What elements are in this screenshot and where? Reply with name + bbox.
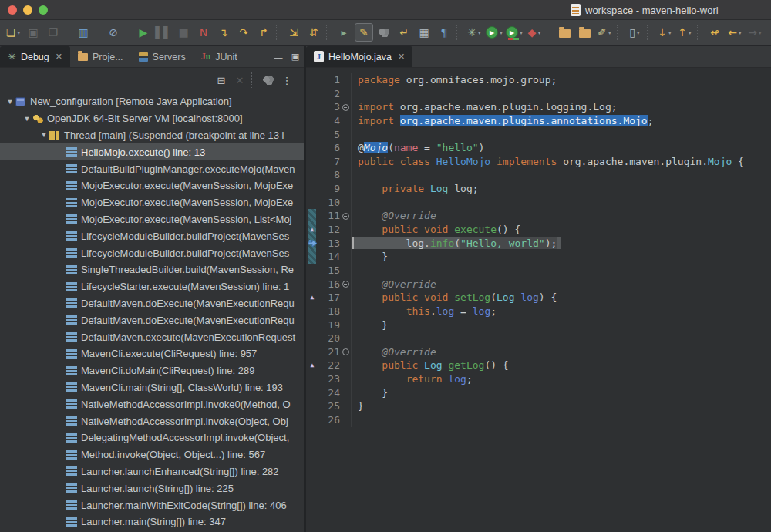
next-annotation-dropdown-icon[interactable]: ▾ [668,29,672,36]
back-button[interactable]: ←▾ [726,23,744,42]
stack-frame[interactable]: DefaultMaven.doExecute(MavenExecutionReq… [0,311,304,328]
run-dropdown-icon[interactable]: ▾ [500,29,503,36]
code-text[interactable]: public Log getLog() { [351,359,771,372]
code-line[interactable]: 25} [306,399,771,413]
profile-button[interactable]: ◆▾ [525,23,544,42]
code-line[interactable]: 23 return log; [306,372,771,386]
debug-dropdown-icon[interactable]: ▾ [478,29,481,36]
java-source-editor[interactable]: 1package org.omnifaces.mojo.group;23impo… [306,68,771,532]
code-text[interactable]: @Mojo(name = "hello") [351,141,771,155]
code-line[interactable]: 2 [306,87,771,101]
stack-frame[interactable]: SingleThreadedBuilder.build(MavenSession… [0,261,304,278]
tab-servers[interactable]: Servers [131,46,194,67]
pin-editor-button[interactable] [375,23,393,42]
code-line[interactable]: 10 [306,196,771,210]
skip-all-breakpoints-button[interactable]: ⊘ [104,23,123,42]
previous-annotation-button[interactable]: ↑▾ [675,23,694,42]
fold-marker[interactable] [340,209,351,223]
step-over-button[interactable]: ↷ [234,23,253,42]
code-line[interactable]: 1package org.omnifaces.mojo.group; [306,73,771,87]
code-text[interactable]: import org.apache.maven.plugin.logging.L… [351,100,771,114]
tab-proje[interactable]: Proje... [70,46,131,67]
code-line[interactable]: 8 [306,168,771,182]
code-text[interactable]: private Log log; [351,182,771,196]
close-window-button[interactable] [8,5,17,15]
forward-dropdown-icon[interactable]: ▾ [759,29,762,36]
code-line[interactable]: 5 [306,128,771,142]
code-text[interactable]: log.info("Hello, world"); [351,237,771,251]
code-line[interactable]: 15 [306,264,771,278]
stack-frame[interactable]: MavenCli.main(String[], ClassWorld) line… [0,379,304,396]
code-line[interactable]: 16 @Override [306,278,771,291]
code-line[interactable]: 19 } [306,318,771,332]
view-menu-button[interactable]: ⋮ [278,72,295,89]
code-line[interactable]: 11 @Override [306,209,771,223]
code-line[interactable]: 26 [306,413,771,427]
next-annotation-button[interactable]: ↓▾ [655,23,674,42]
last-edit-location-button[interactable]: ↫ [705,23,724,42]
code-text[interactable]: public void execute() { [351,223,771,237]
block-selection-button[interactable]: ▦ [415,23,433,42]
open-type-button[interactable] [555,23,574,42]
run-to-line-button[interactable]: ▸ [335,23,353,42]
tab-junit[interactable]: JuJUnit [194,46,245,67]
code-text[interactable] [351,168,771,182]
stack-frame[interactable]: LifecycleModuleBuilder.buildProject(Mave… [0,227,304,244]
stack-frame[interactable]: Launcher.launchEnhanced(String[]) line: … [0,463,304,480]
code-line[interactable]: 3import org.apache.maven.plugin.logging.… [306,100,771,114]
code-line[interactable]: ▲22 public Log getLog() { [306,359,771,372]
code-line[interactable]: 9 private Log log; [306,182,771,196]
code-text[interactable]: this.log = log; [351,305,771,318]
code-text[interactable]: @Override [351,345,771,359]
code-text[interactable] [351,196,771,210]
close-tab-icon[interactable]: ✕ [398,52,405,62]
code-line[interactable]: 14 } [306,250,771,264]
code-text[interactable] [351,413,771,427]
tab-debug[interactable]: ✳Debug✕ [0,46,70,67]
tree-node[interactable]: ▼OpenJDK 64-Bit Server VM [localhost:800… [0,110,304,127]
code-text[interactable]: import org.apache.maven.plugins.annotati… [351,114,771,128]
minimize-window-button[interactable] [23,5,32,15]
minimize-view-button[interactable]: — [270,46,287,67]
code-line[interactable]: ▲17 public void setLog(Log log) { [306,291,771,305]
code-text[interactable]: } [351,399,771,413]
code-line[interactable]: 7public class HelloMojo implements org.a… [306,155,771,169]
zoom-window-button[interactable] [39,5,48,15]
code-text[interactable]: @Override [351,209,771,223]
code-line[interactable]: 20 [306,332,771,345]
stack-frame[interactable]: NativeMethodAccessorImpl.invoke(Object, … [0,412,304,429]
back-dropdown-icon[interactable]: ▾ [739,29,742,36]
word-wrap-button[interactable]: ↵ [395,23,413,42]
code-text[interactable]: return log; [351,372,771,386]
stack-frame[interactable]: LifecycleStarter.execute(MavenSession) l… [0,278,304,295]
tree-node[interactable]: ▼New_configuration [Remote Java Applicat… [0,93,304,110]
tab-hellomojo-java[interactable]: J HelloMojo.java ✕ [306,46,412,67]
coverage-dropdown-icon[interactable]: ▾ [520,29,523,36]
stack-frame[interactable]: MavenCli.doMain(CliRequest) line: 289 [0,362,304,379]
code-text[interactable]: package org.omnifaces.mojo.group; [351,73,771,87]
fold-marker[interactable] [340,345,351,359]
stack-frame[interactable]: LifecycleModuleBuilder.buildProject(Mave… [0,244,304,261]
collapse-all-button[interactable]: ⊟ [213,72,230,89]
code-text[interactable]: @Override [351,278,771,291]
code-text[interactable]: } [351,386,771,400]
stack-frame[interactable]: Launcher.main(String[]) line: 347 [0,513,304,530]
run-button[interactable]: ▶▾ [485,23,503,42]
code-line[interactable]: ▲12 public void execute() { [306,223,771,237]
code-text[interactable] [351,264,771,278]
use-step-filters-button[interactable]: ⇵ [305,23,323,42]
code-text[interactable]: public class HelloMojo implements org.ap… [351,155,771,169]
drop-to-frame-button[interactable]: ⇲ [284,23,303,42]
open-resource-button[interactable] [575,23,594,42]
fold-marker[interactable] [340,278,351,291]
code-line[interactable]: 24 } [306,386,771,400]
stack-frame[interactable]: DelegatingMethodAccessorImpl.invoke(Obje… [0,429,304,446]
close-tab-icon[interactable]: ✕ [56,52,62,62]
code-text[interactable]: } [351,250,771,264]
stack-frame[interactable]: Launcher.launch(String[]) line: 225 [0,480,304,497]
code-line[interactable]: 13 log.info("Hello, world"); [306,237,771,251]
code-text[interactable] [351,332,771,345]
code-text[interactable]: public void setLog(Log log) { [351,291,771,305]
stack-frame[interactable]: MojoExecutor.execute(MavenSession, MojoE… [0,194,304,211]
code-text[interactable] [351,128,771,142]
